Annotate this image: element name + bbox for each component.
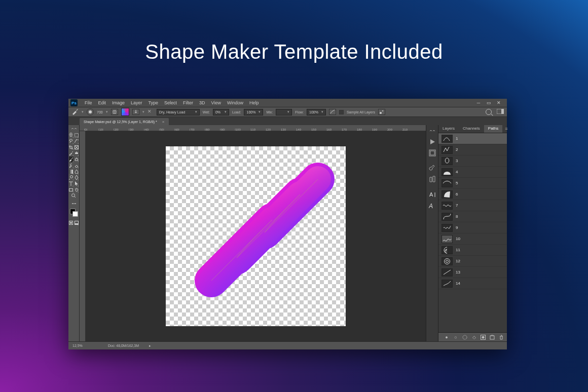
zoom-tool[interactable] (69, 193, 79, 199)
type-tool[interactable] (69, 181, 74, 186)
wet-field[interactable]: 0%▾ (213, 109, 229, 115)
add-mask-icon[interactable] (481, 335, 486, 340)
quick-mask-icon[interactable] (69, 220, 74, 225)
path-row[interactable]: 8 (438, 211, 507, 222)
quick-selection-tool[interactable] (74, 138, 79, 144)
rectangle-tool[interactable] (69, 187, 74, 192)
clone-stamp-tool[interactable] (74, 156, 79, 162)
flow-field[interactable]: 100%▾ (307, 109, 326, 115)
eraser-tool[interactable] (74, 163, 79, 168)
horizontal-ruler[interactable]: |0||10||20||30||40||50||60||70||80||90||… (80, 125, 426, 131)
window-restore-icon[interactable]: ▭ (486, 100, 492, 105)
workspace-switcher-icon[interactable] (497, 109, 504, 115)
spot-healing-tool[interactable] (74, 150, 79, 156)
pressure-size-icon[interactable] (378, 109, 385, 115)
canvas-stage[interactable] (86, 131, 426, 341)
tool-preset-dropdown-icon[interactable]: ▾ (82, 110, 84, 114)
history-brush-tool[interactable] (69, 163, 74, 168)
history-panel-icon[interactable] (428, 148, 437, 158)
path-row[interactable]: 9 (438, 222, 507, 233)
brushes-panel-icon[interactable] (428, 175, 437, 184)
path-row[interactable]: 6 (438, 189, 507, 200)
menu-3d[interactable]: 3D (196, 99, 208, 106)
mix-field[interactable]: ▾ (276, 109, 292, 115)
blur-tool[interactable] (74, 169, 79, 174)
lasso-tool[interactable] (69, 138, 74, 144)
brush-settings-icon[interactable] (111, 109, 118, 115)
close-icon[interactable]: × (162, 120, 165, 124)
menu-layer[interactable]: Layer (128, 99, 145, 106)
paragraph-panel-icon[interactable]: A (428, 201, 437, 210)
menu-type[interactable]: Type (145, 99, 162, 106)
menu-help[interactable]: Help (246, 99, 262, 106)
fill-path-icon[interactable]: ● (444, 335, 449, 340)
path-row[interactable]: 4 (438, 167, 507, 178)
edit-toolbar-icon[interactable] (69, 201, 79, 206)
document-tab[interactable]: Shape Maker.psd @ 12,5% (Layer 1, RGB/8)… (80, 118, 169, 125)
gradient-tool[interactable] (69, 169, 74, 174)
brush-preview[interactable] (87, 108, 94, 115)
current-brush-load-swatch[interactable] (121, 108, 129, 116)
color-swatches[interactable] (69, 208, 79, 218)
path-row[interactable]: 10 (438, 233, 507, 245)
stroke-path-icon[interactable]: ○ (453, 335, 458, 340)
actions-panel-icon[interactable] (428, 137, 437, 146)
tab-layers[interactable]: Layers (438, 125, 459, 133)
menu-file[interactable]: File (82, 99, 95, 106)
status-chevron-icon[interactable]: ▸ (149, 344, 151, 348)
move-tool[interactable] (69, 132, 74, 138)
pen-tool[interactable] (74, 175, 79, 180)
crop-tool[interactable] (69, 144, 74, 150)
doc-size[interactable]: Doc: 48,0M/162,3M (108, 344, 139, 347)
path-row[interactable]: 3 (438, 155, 507, 167)
make-work-path-icon[interactable]: ◇ (471, 335, 476, 340)
airbrush-icon[interactable] (329, 109, 336, 115)
path-row[interactable]: 11 (438, 245, 507, 256)
path-row[interactable]: 2 (438, 144, 507, 155)
frame-tool[interactable] (74, 144, 79, 150)
panel-expand-icon[interactable] (428, 126, 437, 135)
rect-marquee-tool[interactable] (74, 132, 79, 138)
sample-all-checkbox[interactable] (339, 110, 344, 114)
search-icon[interactable] (486, 109, 492, 115)
path-row[interactable]: 5 (438, 178, 507, 189)
vertical-ruler[interactable] (80, 131, 86, 341)
path-row[interactable]: 12 (438, 256, 507, 267)
hand-tool[interactable] (74, 187, 79, 192)
menu-filter[interactable]: Filter (180, 99, 196, 106)
new-path-icon[interactable] (490, 335, 495, 340)
brush-tool[interactable] (69, 156, 74, 162)
zoom-level[interactable]: 12,5% (72, 344, 98, 347)
path-selection-tool[interactable] (74, 181, 79, 186)
character-panel-icon[interactable]: A (428, 190, 437, 199)
menu-image[interactable]: Image (109, 99, 128, 106)
svg-rect-9 (69, 188, 73, 191)
tab-channels[interactable]: Channels (459, 125, 484, 133)
load-brush-icon[interactable] (132, 109, 139, 115)
window-minimize-icon[interactable]: ─ (475, 100, 482, 105)
load-options-dropdown-icon[interactable]: ▾ (142, 110, 144, 114)
toolbar-collapse-icon[interactable] (69, 126, 79, 132)
path-row[interactable]: 1 (438, 133, 507, 144)
brush-picker-dropdown-icon[interactable]: ▾ (106, 110, 108, 114)
path-row[interactable]: 13 (438, 267, 507, 278)
load-field[interactable]: 100%▾ (244, 109, 263, 115)
menu-select[interactable]: Select (161, 99, 180, 106)
panel-menu-icon[interactable]: ≡ (502, 125, 510, 133)
brush-settings-panel-icon[interactable] (428, 164, 437, 173)
path-row[interactable]: 14 (438, 278, 507, 289)
menu-edit[interactable]: Edit (95, 99, 109, 106)
tab-paths[interactable]: Paths (484, 125, 502, 133)
clean-brush-icon[interactable]: ✕ (148, 109, 154, 115)
brush-combo-dropdown[interactable]: Dry, Heavy Load▾ (157, 109, 200, 115)
eyedropper-tool[interactable] (69, 150, 74, 156)
dodge-tool[interactable] (69, 175, 74, 180)
screen-mode-icon[interactable] (74, 220, 79, 225)
menu-window[interactable]: Window (224, 99, 246, 106)
path-row[interactable]: 7 (438, 200, 507, 211)
paths-list[interactable]: 1234567891011121314 (438, 133, 507, 332)
menu-view[interactable]: View (208, 99, 224, 106)
delete-path-icon[interactable] (499, 335, 504, 340)
load-selection-icon[interactable] (462, 335, 467, 340)
window-close-icon[interactable]: ✕ (496, 100, 502, 105)
